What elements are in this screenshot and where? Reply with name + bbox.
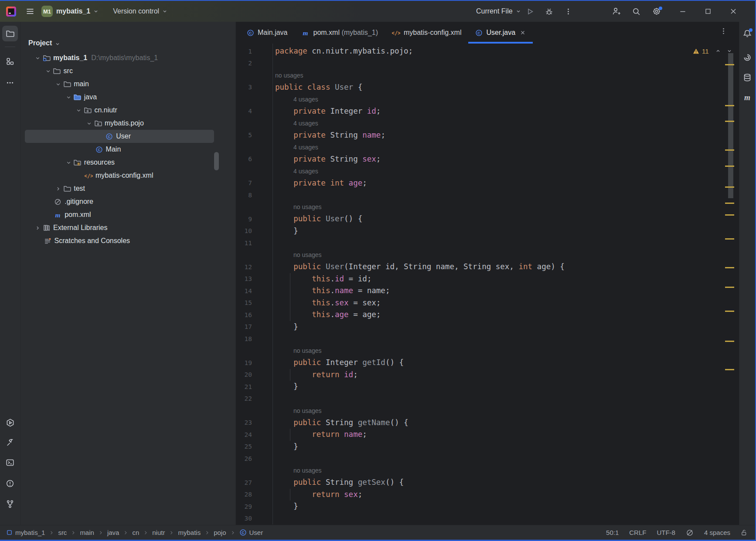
code-line[interactable]: 12 public User(Integer id, String name, … xyxy=(236,261,739,273)
inspections-widget[interactable]: 11 xyxy=(693,46,732,56)
maven-button[interactable]: m xyxy=(740,91,754,105)
line-number[interactable]: 13 xyxy=(236,275,252,282)
version-control-tool-button[interactable] xyxy=(2,496,18,512)
line-number[interactable]: 23 xyxy=(236,419,252,426)
code-line[interactable]: 13 this.id = id; xyxy=(236,273,739,285)
line-number[interactable]: 10 xyxy=(236,227,252,234)
line-number[interactable]: 6 xyxy=(236,156,252,162)
code-line[interactable]: 19 public Integer getId() { xyxy=(236,357,739,369)
code-line[interactable]: 1package cn.niutr.mybatis.pojo; xyxy=(236,45,739,57)
code-line[interactable]: 23 public String getName() { xyxy=(236,417,739,429)
usage-inlay-hint[interactable]: no usages xyxy=(236,69,739,81)
warning-stripe-mark[interactable] xyxy=(725,214,734,216)
breadcrumb-item-user[interactable]: CUser xyxy=(239,529,263,536)
code-line[interactable]: 5 private String name; xyxy=(236,129,739,142)
window-close-button[interactable] xyxy=(728,6,739,17)
line-number[interactable]: 24 xyxy=(236,431,252,438)
inspections-highlight-icon[interactable] xyxy=(686,529,694,537)
breadcrumb-item-mybatis[interactable]: mybatis xyxy=(178,529,201,536)
tab-list-kebab-icon[interactable] xyxy=(720,27,727,35)
line-number[interactable]: 16 xyxy=(236,311,252,318)
breadcrumb-item-src[interactable]: src xyxy=(58,529,67,536)
code-line[interactable]: 6 private String sex; xyxy=(236,153,739,166)
tree-item-src[interactable]: src xyxy=(25,64,214,78)
usage-inlay-hint[interactable]: 4 usages xyxy=(236,141,739,153)
tree-item-scratches-and-consoles[interactable]: Scratches and Consoles xyxy=(25,234,214,247)
usage-inlay-hint[interactable]: no usages xyxy=(236,465,739,477)
line-number[interactable]: 9 xyxy=(236,216,252,223)
code-line[interactable]: 26 xyxy=(236,453,739,465)
line-separator-widget[interactable]: CRLF xyxy=(629,529,646,536)
usage-inlay-hint[interactable]: no usages xyxy=(236,405,739,417)
code-with-me-button[interactable] xyxy=(611,6,622,17)
tree-item-java[interactable]: java xyxy=(25,91,214,104)
usage-inlay-hint[interactable]: no usages xyxy=(236,345,739,357)
line-number[interactable]: 3 xyxy=(236,84,252,91)
run-configuration-selector[interactable]: Current File xyxy=(471,7,521,15)
tree-item-test[interactable]: test xyxy=(25,182,214,195)
line-number[interactable]: 1 xyxy=(236,48,252,55)
search-everywhere-button[interactable] xyxy=(631,6,642,17)
tree-item-external-libraries[interactable]: External Libraries xyxy=(25,221,214,234)
tab-mybatis-config-xml[interactable]: </>mybatis-config.xml xyxy=(385,22,468,44)
warning-stripe-mark[interactable] xyxy=(725,105,734,106)
tree-toggle-chevron-icon[interactable] xyxy=(33,225,42,231)
tree-toggle-chevron-icon[interactable] xyxy=(74,107,83,114)
line-number[interactable]: 19 xyxy=(236,359,252,366)
tab-close-icon[interactable] xyxy=(520,30,526,36)
code-line[interactable]: 2 xyxy=(236,57,739,70)
tree-item-mybatis-config-xml[interactable]: </>mybatis-config.xml xyxy=(25,169,214,182)
project-tool-button[interactable] xyxy=(2,26,18,41)
code-line[interactable]: 4 private Integer id; xyxy=(236,105,739,118)
code-line[interactable]: 14 this.name = name; xyxy=(236,285,739,297)
usage-inlay-hint[interactable]: 4 usages xyxy=(236,93,739,105)
warning-stripe-mark[interactable] xyxy=(725,121,734,122)
breadcrumb-item-mybatis-1[interactable]: mybatis_1 xyxy=(6,529,45,536)
tree-item-cn-niutr[interactable]: cn.niutr xyxy=(25,104,214,117)
line-number[interactable]: 28 xyxy=(236,491,252,498)
tree-item-main[interactable]: CMain xyxy=(25,143,214,156)
line-number[interactable]: 8 xyxy=(236,192,252,199)
line-number[interactable]: 7 xyxy=(236,179,252,186)
breadcrumb-item-main[interactable]: main xyxy=(80,529,94,536)
database-button[interactable] xyxy=(740,71,754,85)
code-line[interactable]: 20 return id; xyxy=(236,369,739,381)
previous-warning-chevron-icon[interactable] xyxy=(715,48,721,54)
line-number[interactable]: 12 xyxy=(236,264,252,270)
tree-item-user[interactable]: CUser xyxy=(25,130,214,143)
line-number[interactable]: 5 xyxy=(236,132,252,139)
notifications-bell-button[interactable] xyxy=(740,27,754,41)
code-line[interactable]: 11 xyxy=(236,237,739,249)
usage-inlay-hint[interactable]: no usages xyxy=(236,249,739,261)
breadcrumb-item-cn[interactable]: cn xyxy=(132,529,139,536)
line-number[interactable]: 2 xyxy=(236,60,252,67)
tree-item-main[interactable]: main xyxy=(25,78,214,91)
usage-inlay-hint[interactable]: no usages xyxy=(236,201,739,213)
tree-toggle-chevron-icon[interactable] xyxy=(54,81,63,88)
line-number[interactable]: 4 xyxy=(236,108,252,115)
run-button[interactable] xyxy=(525,6,535,17)
line-number[interactable]: 22 xyxy=(236,395,252,402)
warning-stripe-mark[interactable] xyxy=(725,64,734,65)
tree-item-resources[interactable]: resources xyxy=(25,156,214,169)
more-tool-windows-button[interactable] xyxy=(2,75,18,91)
encoding-widget[interactable]: UTF-8 xyxy=(657,529,675,536)
build-tool-button[interactable] xyxy=(2,435,18,450)
code-line[interactable]: 8 xyxy=(236,189,739,201)
editor-scrollbar[interactable] xyxy=(728,53,733,198)
line-number[interactable]: 15 xyxy=(236,299,252,306)
line-number[interactable]: 21 xyxy=(236,383,252,390)
structure-tool-button[interactable] xyxy=(2,54,18,69)
tab-main-java[interactable]: CMain.java xyxy=(240,22,294,44)
warning-stripe-mark[interactable] xyxy=(725,311,734,312)
line-number[interactable]: 20 xyxy=(236,371,252,378)
caret-position-widget[interactable]: 50:1 xyxy=(606,529,619,536)
line-number[interactable]: 11 xyxy=(236,240,252,247)
code-line[interactable]: 30 xyxy=(236,513,739,525)
settings-gear-icon[interactable] xyxy=(651,6,662,17)
code-line[interactable]: 10 } xyxy=(236,225,739,237)
code-line[interactable]: 29 } xyxy=(236,500,739,513)
warning-stripe-mark[interactable] xyxy=(725,287,734,288)
line-number[interactable]: 26 xyxy=(236,455,252,462)
code-line[interactable]: 16 this.age = age; xyxy=(236,309,739,321)
